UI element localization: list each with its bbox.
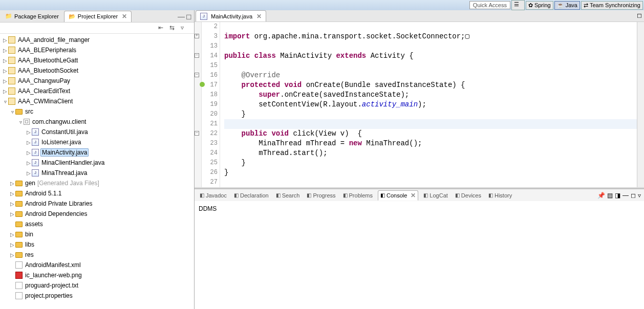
expand-twisty[interactable]: ▿	[2, 99, 8, 104]
fold-marker-icon[interactable]: −	[195, 53, 199, 58]
expand-twisty[interactable]: ▷	[9, 242, 15, 248]
close-icon[interactable]: ✕	[411, 192, 416, 199]
expand-twisty[interactable]: ▷	[2, 78, 8, 84]
code-line[interactable]: import org.apache.mina.transport.socket.…	[224, 32, 637, 41]
open-console-icon[interactable]: ◨	[615, 192, 620, 199]
tree-item[interactable]: ▿src	[0, 106, 194, 117]
expand-twisty[interactable]: ▷	[9, 211, 15, 217]
perspective-java[interactable]: ☕Java	[554, 1, 580, 10]
code-line[interactable]	[224, 178, 637, 187]
tab-declaration[interactable]: ◧Declaration	[232, 191, 271, 200]
tab-problems[interactable]: ◧Problems	[341, 191, 375, 200]
view-menu-icon[interactable]: ▿	[638, 192, 641, 199]
expand-twisty[interactable]: ▷	[26, 160, 32, 166]
expand-twisty[interactable]: ▷	[2, 58, 8, 63]
expand-twisty[interactable]: ▷	[9, 181, 15, 186]
close-icon[interactable]: ✕	[256, 13, 262, 20]
maximize-editor-icon[interactable]: ◻	[637, 12, 642, 19]
code-line[interactable]: super.onCreate(savedInstanceState);	[224, 90, 637, 100]
expand-twisty[interactable]: ▷	[2, 48, 8, 53]
minimize-view-icon[interactable]: —	[178, 12, 185, 20]
link-editor-icon[interactable]: ⇆	[169, 24, 178, 32]
tree-item[interactable]: ▷bin	[0, 229, 194, 239]
code-editor[interactable]: 23+1314−1516−171819202122−2324252627 imp…	[195, 22, 644, 187]
code-line[interactable]: public class MainActivity extends Activi…	[224, 51, 637, 61]
tree-item[interactable]: ▷AAA_BLEPeripherals	[0, 45, 194, 55]
tree-item[interactable]: ▿com.changwu.client	[0, 117, 194, 127]
code-line[interactable]: MinaThread mThread = new MinaThread();	[224, 139, 637, 148]
tree-item[interactable]: ▷JMinaThread.java	[0, 168, 194, 178]
expand-twisty[interactable]: ▿	[17, 119, 24, 125]
fold-marker-icon[interactable]: +	[195, 34, 199, 38]
tab-logcat[interactable]: ◧LogCat	[421, 191, 449, 200]
maximize-view-icon[interactable]: ◻	[186, 12, 192, 20]
tree-item[interactable]: project.properties	[0, 291, 194, 301]
pin-console-icon[interactable]: 📌	[597, 192, 605, 199]
tree-item[interactable]: ic_launcher-web.png	[0, 270, 194, 280]
expand-twisty[interactable]: ▷	[2, 89, 8, 94]
quick-access-box[interactable]: Quick Access	[469, 1, 510, 9]
project-tree[interactable]: ▷AAA_android_file_manger▷AAA_BLEPeripher…	[0, 34, 194, 309]
tab-javadoc[interactable]: ◧Javadoc	[198, 191, 229, 200]
view-menu-icon[interactable]: ▿	[181, 24, 189, 32]
expand-twisty[interactable]: ▷	[26, 150, 32, 156]
code-line[interactable]	[224, 41, 637, 51]
tab-history[interactable]: ◧History	[486, 191, 514, 200]
collapse-all-icon[interactable]: ⇤	[158, 24, 166, 32]
code-line[interactable]: }	[224, 109, 637, 119]
tab-progress[interactable]: ◧Progress	[305, 191, 337, 200]
expand-twisty[interactable]: ▷	[9, 232, 15, 237]
tree-item[interactable]: ▷Android 5.1.1	[0, 188, 194, 198]
perspective-spring[interactable]: ✿Spring	[526, 1, 553, 10]
fold-marker-icon[interactable]: −	[195, 73, 199, 77]
tree-item[interactable]: ▷AAA_ClearEditText	[0, 86, 194, 96]
tree-item[interactable]: ▿AAA_CWMinaClient	[0, 96, 194, 106]
tree-item[interactable]: ▷JConstantUtil.java	[0, 127, 194, 137]
display-console-icon[interactable]: ▤	[607, 192, 613, 199]
code-area[interactable]: import org.apache.mina.transport.socket.…	[220, 22, 637, 187]
tree-item[interactable]: ▷AAA_ChangwuPay	[0, 76, 194, 86]
expand-twisty[interactable]: ▷	[2, 37, 8, 43]
code-line[interactable]: mThread.start();	[224, 148, 637, 158]
expand-twisty[interactable]: ▷	[26, 129, 32, 135]
tree-item[interactable]: ▷JIoListener.java	[0, 137, 194, 147]
expand-twisty[interactable]: ▷	[2, 68, 8, 74]
tree-item[interactable]: AndroidManifest.xml	[0, 260, 194, 270]
tab-console[interactable]: ◧Console✕	[378, 190, 418, 201]
tree-item[interactable]: ▷JMainActivity.java	[0, 147, 194, 158]
code-line[interactable]: }	[224, 168, 637, 178]
expand-twisty[interactable]: ▷	[9, 191, 15, 196]
code-line[interactable]: setContentView(R.layout.activity_main);	[224, 100, 637, 109]
expand-twisty[interactable]: ▿	[9, 109, 15, 115]
code-line[interactable]	[224, 61, 637, 71]
open-perspective-button[interactable]: ☰	[511, 0, 525, 10]
maximize-icon[interactable]: ◻	[631, 192, 636, 199]
tree-item[interactable]: ▷Android Private Libraries	[0, 198, 194, 209]
expand-twisty[interactable]: ▷	[26, 170, 32, 176]
expand-twisty[interactable]: ▷	[9, 252, 15, 258]
tree-item[interactable]: ▷libs	[0, 239, 194, 250]
tree-item[interactable]: ▷AAA_android_file_manger	[0, 35, 194, 45]
tab-devices[interactable]: ◧Devices	[453, 191, 483, 200]
tree-item[interactable]: ▷res	[0, 250, 194, 260]
code-line[interactable]	[224, 119, 637, 129]
tab-search[interactable]: ◧Search	[274, 191, 302, 200]
close-icon[interactable]: ✕	[122, 13, 127, 20]
tab-package-explorer[interactable]: 📁Package Explorer	[1, 11, 63, 22]
expand-twisty[interactable]: ▷	[9, 201, 15, 207]
tree-item[interactable]: assets	[0, 219, 194, 229]
code-line[interactable]: protected void onCreate(Bundle savedInst…	[224, 80, 637, 90]
tree-item[interactable]: ▷AAA_BluetoothLeGatt	[0, 55, 194, 65]
expand-twisty[interactable]: ▷	[26, 140, 32, 145]
perspective-team-sync[interactable]: ⇄Team Synchronizing	[581, 1, 643, 10]
tree-item[interactable]: ▷JMinaClientHandler.java	[0, 158, 194, 168]
code-line[interactable]: public void click(View v) {	[224, 129, 637, 139]
code-line[interactable]	[224, 22, 637, 32]
editor-tab-mainactivity[interactable]: J MainActivity.java ✕	[196, 10, 266, 21]
tree-item[interactable]: proguard-project.txt	[0, 280, 194, 291]
tab-project-explorer[interactable]: 📂Project Explorer✕	[64, 11, 132, 22]
tree-item[interactable]: ▷Android Dependencies	[0, 209, 194, 219]
tree-item[interactable]: ▷AAA_BluetoothSocket	[0, 65, 194, 76]
code-line[interactable]: @Override	[224, 71, 637, 80]
minimize-icon[interactable]: —	[622, 192, 629, 199]
